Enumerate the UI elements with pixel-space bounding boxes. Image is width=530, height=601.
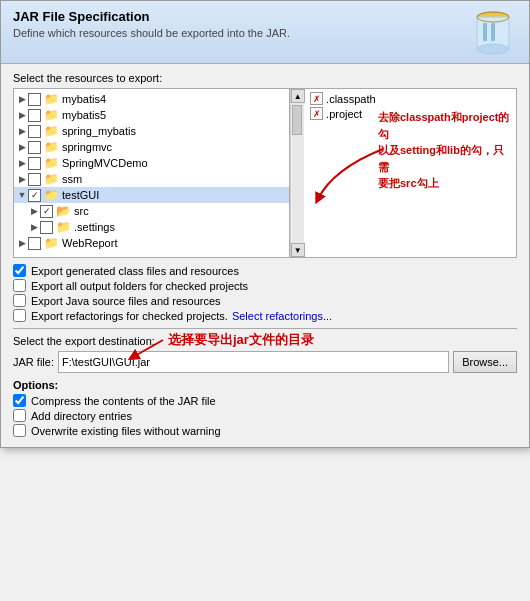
item-checkbox-spring-mybatis[interactable] <box>28 125 41 138</box>
resource-panel: ▶ 📁 mybatis4 ▶ 📁 mybatis5 ▶ 📁 <box>13 88 517 258</box>
item-label-mybatis4: mybatis4 <box>62 93 106 105</box>
export-java-source-label: Export Java source files and resources <box>31 295 221 307</box>
add-directory-row: Add directory entries <box>13 409 517 422</box>
x-icon-classpath: ✗ <box>310 92 323 105</box>
separator <box>13 328 517 329</box>
item-checkbox-ssm[interactable] <box>28 173 41 186</box>
tree-item-ssm[interactable]: ▶ 📁 ssm <box>14 171 289 187</box>
item-checkbox-testgui[interactable] <box>28 189 41 202</box>
item-label-classpath: .classpath <box>326 93 376 105</box>
export-class-files-checkbox[interactable] <box>13 264 26 277</box>
item-checkbox-src[interactable] <box>40 205 53 218</box>
compress-checkbox[interactable] <box>13 394 26 407</box>
scroll-up-btn[interactable]: ▲ <box>291 89 305 103</box>
item-label-src: src <box>74 205 89 217</box>
item-label-settings: .settings <box>74 221 115 233</box>
item-checkbox-mybatis5[interactable] <box>28 109 41 122</box>
browse-button[interactable]: Browse... <box>453 351 517 373</box>
export-class-files-label: Export generated class files and resourc… <box>31 265 239 277</box>
export-output-folders-checkbox[interactable] <box>13 279 26 292</box>
overwrite-label: Overwrite existing files without warning <box>31 425 221 437</box>
select-refactorings-link[interactable]: Select refactorings... <box>232 310 332 322</box>
add-directory-label: Add directory entries <box>31 410 132 422</box>
export-refactorings-checkbox[interactable] <box>13 309 26 322</box>
folder-icon: 📁 <box>43 140 59 154</box>
export-java-source-checkbox[interactable] <box>13 294 26 307</box>
item-label-project: .project <box>326 108 362 120</box>
jar-icon <box>469 9 517 57</box>
export-refactorings-label: Export refactorings for checked projects… <box>31 310 228 322</box>
dest-annotation-container: 选择要导出jar文件的目录 Select the export destinat… <box>13 335 517 347</box>
item-checkbox-settings[interactable] <box>40 221 53 234</box>
tree-item-springmvc[interactable]: ▶ 📁 springmvc <box>14 139 289 155</box>
dialog-header-left: JAR File Specification Define which reso… <box>13 9 290 39</box>
item-checkbox-springmvc[interactable] <box>28 141 41 154</box>
svg-rect-3 <box>483 23 487 41</box>
item-label-webreport: WebReport <box>62 237 117 249</box>
dialog-body: Select the resources to export: ▶ 📁 myba… <box>1 64 529 447</box>
scroll-thumb[interactable] <box>292 105 302 135</box>
item-checkbox-webreport[interactable] <box>28 237 41 250</box>
overwrite-checkbox[interactable] <box>13 424 26 437</box>
jar-file-row: JAR file: Browse... <box>13 351 517 373</box>
tree-arrow: ▶ <box>16 174 28 184</box>
item-label-spring-mybatis: spring_mybatis <box>62 125 136 137</box>
item-label-springmvc: springmvc <box>62 141 112 153</box>
tree-item-springmvcdemo[interactable]: ▶ 📁 SpringMVCDemo <box>14 155 289 171</box>
tree-arrow: ▶ <box>16 238 28 248</box>
overwrite-row: Overwrite existing files without warning <box>13 424 517 437</box>
tree-arrow: ▶ <box>16 158 28 168</box>
tree-pane[interactable]: ▶ 📁 mybatis4 ▶ 📁 mybatis5 ▶ 📁 <box>14 89 290 257</box>
item-label-springmvcdemo: SpringMVCDemo <box>62 157 148 169</box>
export-java-source-row: Export Java source files and resources <box>13 294 517 307</box>
tree-arrow: ▶ <box>28 206 40 216</box>
tree-scrollbar[interactable]: ▲ ▼ <box>290 89 304 257</box>
tree-item-settings[interactable]: ▶ 📁 .settings <box>26 219 289 235</box>
item-checkbox-springmvcdemo[interactable] <box>28 157 41 170</box>
export-output-folders-row: Export all output folders for checked pr… <box>13 279 517 292</box>
dialog-header: JAR File Specification Define which reso… <box>1 1 529 64</box>
resources-section-label: Select the resources to export: <box>13 72 517 84</box>
export-refactorings-row: Export refactorings for checked projects… <box>13 309 517 322</box>
folder-icon: 📁 <box>43 124 59 138</box>
item-label-mybatis5: mybatis5 <box>62 109 106 121</box>
jar-file-label: JAR file: <box>13 356 54 368</box>
settings-folder-icon: 📁 <box>55 220 71 234</box>
tree-arrow: ▶ <box>16 94 28 104</box>
tree-arrow-expanded: ▼ <box>16 190 28 200</box>
tree-item-spring-mybatis[interactable]: ▶ 📁 spring_mybatis <box>14 123 289 139</box>
right-pane: ✗ .classpath ✗ .project <box>304 89 516 257</box>
dialog-subtitle: Define which resources should be exporte… <box>13 27 290 39</box>
tree-arrow: ▶ <box>28 222 40 232</box>
add-directory-checkbox[interactable] <box>13 409 26 422</box>
jar-file-dialog: JAR File Specification Define which reso… <box>0 0 530 448</box>
options-section: Options: Compress the contents of the JA… <box>13 379 517 437</box>
x-icon-project: ✗ <box>310 107 323 120</box>
item-label-ssm: ssm <box>62 173 82 185</box>
folder-icon: 📁 <box>43 108 59 122</box>
tree-item-mybatis4[interactable]: ▶ 📁 mybatis4 <box>14 91 289 107</box>
dialog-title: JAR File Specification <box>13 9 290 24</box>
tree-item-src[interactable]: ▶ 📂 src <box>26 203 289 219</box>
export-dest-label: Select the export destination: <box>13 335 517 347</box>
export-class-files-row: Export generated class files and resourc… <box>13 264 517 277</box>
svg-point-2 <box>477 44 509 54</box>
item-checkbox-mybatis4[interactable] <box>28 93 41 106</box>
right-item-classpath[interactable]: ✗ .classpath <box>308 91 512 106</box>
src-icon: 📂 <box>55 204 71 218</box>
checkboxes-section: Export generated class files and resourc… <box>13 264 517 322</box>
right-item-project[interactable]: ✗ .project <box>308 106 512 121</box>
export-output-folders-label: Export all output folders for checked pr… <box>31 280 248 292</box>
tree-item-testgui[interactable]: ▼ 📁 testGUI <box>14 187 289 203</box>
tree-arrow: ▶ <box>16 110 28 120</box>
folder-icon: 📁 <box>43 188 59 202</box>
scroll-down-btn[interactable]: ▼ <box>291 243 305 257</box>
tree-item-webreport[interactable]: ▶ 📁 WebReport <box>14 235 289 251</box>
tree-arrow: ▶ <box>16 142 28 152</box>
compress-row: Compress the contents of the JAR file <box>13 394 517 407</box>
jar-file-input[interactable] <box>58 351 449 373</box>
folder-icon: 📁 <box>43 92 59 106</box>
item-label-testgui: testGUI <box>62 189 99 201</box>
tree-arrow: ▶ <box>16 126 28 136</box>
tree-item-mybatis5[interactable]: ▶ 📁 mybatis5 <box>14 107 289 123</box>
